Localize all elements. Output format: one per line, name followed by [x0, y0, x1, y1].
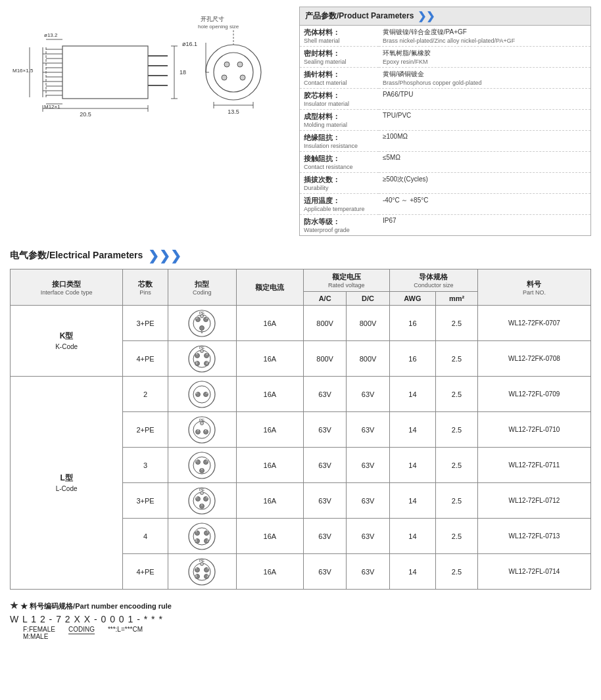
svg-text:3: 3	[197, 428, 199, 432]
svg-point-118	[201, 562, 204, 565]
code-type-cell: K型K-Code	[11, 306, 123, 377]
params-row: 壳体材料： Shell material 黄铜镀镍/锌合金度镍/PA+GF Br…	[300, 26, 590, 47]
ac-cell: 63V	[303, 519, 346, 554]
svg-text:2: 2	[207, 574, 209, 578]
awg-cell: 14	[389, 554, 435, 590]
params-label: 适用温度： Applicable temperature	[300, 194, 379, 215]
th-coding: 扣型 Coding	[168, 269, 236, 306]
partno-cell: WL12-72FL-0709	[477, 377, 590, 412]
params-label: 密封材料： Sealing material	[300, 47, 379, 68]
coding-cell: 3 2 PE	[168, 412, 236, 448]
partno-cell: WL12-72FK-0707	[477, 306, 590, 341]
partno-cell: WL12-72FK-0708	[477, 341, 590, 377]
params-value: ≤5MΩ	[379, 152, 590, 173]
th-pins: 芯数 Pins	[123, 269, 168, 306]
current-cell: 16A	[236, 412, 303, 448]
svg-text:PE: PE	[199, 311, 204, 315]
awg-cell: 14	[389, 377, 435, 412]
mm2-cell: 2.5	[436, 554, 478, 590]
product-params-panel: 产品参数/Product Parameters ❯❯ 壳体材料： Shell m…	[299, 7, 591, 236]
awg-cell: 16	[389, 341, 435, 377]
elec-row: K型K-Code 3+PE 3 2 1 PE 16A 800V 800V 16 …	[11, 306, 591, 341]
coding-cell: 4 1 3 2 PE	[168, 554, 236, 590]
svg-point-36	[222, 75, 227, 80]
pins-cell: 3+PE	[123, 306, 168, 341]
footer-fm-group: F:FEMALE M:MALE	[23, 626, 55, 640]
th-ac: A/C	[303, 292, 346, 306]
params-label: 壳体材料： Shell material	[300, 26, 379, 47]
params-value: PA66/TPU	[379, 89, 590, 110]
params-title: 产品参数/Product Parameters	[305, 11, 414, 22]
th-interface: 接口类型 Interface Code type	[11, 269, 123, 306]
svg-text:3: 3	[195, 574, 197, 578]
ac-cell: 63V	[303, 483, 346, 519]
svg-text:PE: PE	[199, 488, 204, 492]
params-label: 成型材料： Molding material	[300, 110, 379, 131]
params-label: 绝缘阻抗： Insulation resistance	[300, 131, 379, 152]
svg-text:M12×1: M12×1	[44, 104, 60, 110]
params-row: 防水等级： Waterproof grade IP67	[300, 215, 590, 236]
svg-text:3: 3	[196, 361, 198, 365]
pins-cell: 4+PE	[123, 341, 168, 377]
params-value: ≥500次(Cycles)	[379, 173, 590, 194]
mm2-cell: 2.5	[436, 412, 478, 448]
params-row: 插拔次数： Durability ≥500次(Cycles)	[300, 173, 590, 194]
params-arrows: ❯❯	[418, 10, 435, 22]
current-cell: 16A	[236, 377, 303, 412]
svg-text:4: 4	[195, 566, 197, 570]
dc-cell: 800V	[347, 341, 389, 377]
params-value: 环氧树脂/氟橡胶 Epoxy resin/FKM	[379, 47, 590, 68]
svg-text:4: 4	[195, 529, 197, 533]
svg-point-84	[189, 452, 215, 478]
footer-title: ★ ★ 料号编码规格/Part number encooding rule	[10, 600, 591, 611]
current-cell: 16A	[236, 448, 303, 483]
ac-cell: 63V	[303, 554, 346, 590]
params-value: TPU/PVC	[379, 110, 590, 131]
svg-text:2: 2	[206, 458, 208, 462]
footer-code: W L 1 2 - 7 2 X X - 0 0 0 1 - * * *	[10, 614, 591, 624]
code-type-cell: L型L-Code	[11, 377, 123, 590]
svg-point-97	[201, 491, 204, 494]
awg-cell: 14	[389, 448, 435, 483]
svg-text:3: 3	[196, 495, 198, 499]
coding-cell: 3 2 1 PE	[168, 306, 236, 341]
th-current: 额定电流	[236, 269, 303, 306]
elec-arrows: ❯❯❯	[148, 248, 181, 264]
svg-text:3: 3	[196, 390, 198, 394]
partno-cell: WL12-72FL-0710	[477, 412, 590, 448]
svg-text:PE: PE	[199, 418, 204, 422]
coding-cell: 3 2 1 PE	[168, 483, 236, 519]
current-cell: 16A	[236, 341, 303, 377]
awg-cell: 16	[389, 306, 435, 341]
ac-cell: 63V	[303, 412, 346, 448]
coding-cell: 3 2 1	[168, 448, 236, 483]
current-cell: 16A	[236, 554, 303, 590]
mm2-cell: 2.5	[436, 519, 478, 554]
dc-cell: 63V	[347, 483, 389, 519]
th-dc: D/C	[347, 292, 389, 306]
params-value: 黄铜/磷铜镀金 Brass/Phosphorus copper gold-pla…	[379, 68, 590, 89]
pins-cell: 3+PE	[123, 483, 168, 519]
awg-cell: 14	[389, 412, 435, 448]
svg-text:ø13.2: ø13.2	[44, 32, 58, 38]
th-partno: 料号 Part NO.	[477, 269, 590, 306]
params-header: 产品参数/Product Parameters ❯❯	[300, 7, 590, 26]
mm2-cell: 2.5	[436, 377, 478, 412]
svg-text:13.5: 13.5	[228, 108, 239, 115]
footer-coding-group: CODING	[68, 626, 95, 640]
electrical-table: 接口类型 Interface Code type 芯数 Pins 扣型 Codi…	[10, 269, 591, 590]
svg-point-33	[214, 53, 253, 92]
footer-length-label: ***:L=***CM	[108, 626, 143, 633]
svg-text:3: 3	[195, 538, 197, 542]
partno-cell: WL12-72FL-0713	[477, 519, 590, 554]
footer-m-label: M:MALE	[23, 633, 55, 640]
params-label: 胶芯材料： Insulator material	[300, 89, 379, 110]
dc-cell: 63V	[347, 377, 389, 412]
svg-point-37	[240, 75, 245, 80]
svg-text:开孔尺寸: 开孔尺寸	[201, 16, 224, 22]
params-label: 接触阻抗： Contact resistance	[300, 152, 379, 173]
pins-cell: 2	[123, 377, 168, 412]
pins-cell: 4	[123, 519, 168, 554]
current-cell: 16A	[236, 483, 303, 519]
svg-text:2: 2	[206, 390, 208, 394]
